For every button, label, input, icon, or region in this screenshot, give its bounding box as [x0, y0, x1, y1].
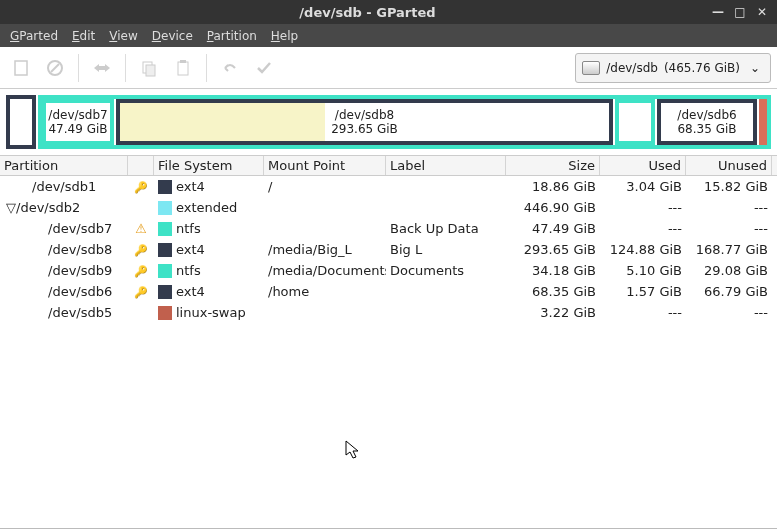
- device-selector[interactable]: /dev/sdb (465.76 GiB) ⌄: [575, 53, 771, 83]
- titlebar: /dev/sdb - GParted — □ ✕: [0, 0, 777, 24]
- fs-swatch: [158, 201, 172, 215]
- header-used[interactable]: Used: [600, 156, 686, 175]
- table-row[interactable]: /dev/sdb9🔑ntfs/media/DocumentsDocuments3…: [0, 260, 777, 281]
- fs-swatch: [158, 180, 172, 194]
- minimize-icon[interactable]: —: [711, 5, 725, 19]
- copy-button[interactable]: [134, 53, 164, 83]
- close-icon[interactable]: ✕: [755, 5, 769, 19]
- header-flags[interactable]: Flags: [772, 156, 777, 175]
- used: ---: [600, 305, 686, 320]
- size: 293.65 GiB: [506, 242, 600, 257]
- menu-view[interactable]: View: [109, 29, 137, 43]
- mount-point: /media/Big_L: [264, 242, 386, 257]
- partition-name: /dev/sdb7: [48, 108, 107, 122]
- fs-name: extended: [176, 200, 237, 215]
- key-icon: 🔑: [134, 181, 148, 194]
- maximize-icon[interactable]: □: [733, 5, 747, 19]
- partition-name: /dev/sdb1: [32, 179, 96, 194]
- menu-gparted[interactable]: GParted: [10, 29, 58, 43]
- used: 1.57 GiB: [600, 284, 686, 299]
- header-fs[interactable]: File System: [154, 156, 264, 175]
- unused: ---: [686, 200, 772, 215]
- size: 34.18 GiB: [506, 263, 600, 278]
- label: Back Up Data: [386, 221, 506, 236]
- table-row[interactable]: /dev/sdb8🔑ext4/media/Big_LBig L293.65 Gi…: [0, 239, 777, 260]
- header-unused[interactable]: Unused: [686, 156, 772, 175]
- unused: 29.08 GiB: [686, 263, 772, 278]
- fs-swatch: [158, 306, 172, 320]
- used: ---: [600, 221, 686, 236]
- disk-map: /dev/sdb7 47.49 GiB /dev/sdb8 293.65 GiB…: [0, 89, 777, 155]
- drive-icon: [582, 61, 600, 75]
- header-mount[interactable]: Mount Point: [264, 156, 386, 175]
- partition-name: /dev/sdb8: [335, 108, 394, 122]
- apply-button[interactable]: [249, 53, 279, 83]
- mount-point: /media/Documents: [264, 263, 386, 278]
- used: 124.88 GiB: [600, 242, 686, 257]
- fs-name: ntfs: [176, 221, 201, 236]
- size: 47.49 GiB: [506, 221, 600, 236]
- resize-button[interactable]: [87, 53, 117, 83]
- table-row[interactable]: ▽/dev/sdb2extended446.90 GiB------: [0, 197, 777, 218]
- unused: 66.79 GiB: [686, 284, 772, 299]
- expand-icon[interactable]: ▽: [6, 200, 16, 215]
- diskmap-partition[interactable]: [615, 99, 655, 145]
- header-label[interactable]: Label: [386, 156, 506, 175]
- partition-table: /dev/sdb1🔑ext4/18.86 GiB3.04 GiB15.82 Gi…: [0, 176, 777, 528]
- table-row[interactable]: /dev/sdb7⚠ntfsBack Up Data47.49 GiB-----…: [0, 218, 777, 239]
- partition-size: 293.65 GiB: [331, 122, 398, 136]
- fs-swatch: [158, 222, 172, 236]
- header-partition[interactable]: Partition: [0, 156, 128, 175]
- paste-button[interactable]: [168, 53, 198, 83]
- unused: 168.77 GiB: [686, 242, 772, 257]
- key-icon: 🔑: [134, 265, 148, 278]
- used: 5.10 GiB: [600, 263, 686, 278]
- menu-help[interactable]: Help: [271, 29, 298, 43]
- size: 18.86 GiB: [506, 179, 600, 194]
- partition-size: 68.35 GiB: [677, 122, 736, 136]
- separator: [206, 54, 207, 82]
- fs-swatch: [158, 243, 172, 257]
- new-button[interactable]: [6, 53, 36, 83]
- menu-device[interactable]: Device: [152, 29, 193, 43]
- warning-icon: ⚠: [135, 221, 147, 236]
- fs-swatch: [158, 285, 172, 299]
- size: 3.22 GiB: [506, 305, 600, 320]
- svg-rect-6: [178, 62, 188, 75]
- fs-name: linux-swap: [176, 305, 246, 320]
- partition-name: /dev/sdb5: [48, 305, 112, 320]
- diskmap-partition[interactable]: /dev/sdb8 293.65 GiB: [116, 99, 613, 145]
- diskmap-partition[interactable]: [6, 95, 36, 149]
- key-icon: 🔑: [134, 286, 148, 299]
- svg-rect-7: [180, 60, 186, 63]
- partition-name: /dev/sdb2: [16, 200, 80, 215]
- delete-button[interactable]: [40, 53, 70, 83]
- flags: boot: [772, 179, 777, 194]
- fs-name: ext4: [176, 242, 205, 257]
- svg-rect-0: [15, 61, 27, 75]
- window-title: /dev/sdb - GParted: [24, 5, 711, 20]
- diskmap-partition[interactable]: [759, 99, 767, 145]
- diskmap-partition[interactable]: /dev/sdb6 68.35 GiB: [657, 99, 757, 145]
- label: Documents: [386, 263, 506, 278]
- menu-edit[interactable]: Edit: [72, 29, 95, 43]
- device-size: (465.76 GiB): [664, 61, 740, 75]
- table-row[interactable]: /dev/sdb5linux-swap3.22 GiB------: [0, 302, 777, 323]
- separator: [125, 54, 126, 82]
- undo-button[interactable]: [215, 53, 245, 83]
- diskmap-partition[interactable]: /dev/sdb7 47.49 GiB: [42, 99, 114, 145]
- size: 68.35 GiB: [506, 284, 600, 299]
- table-row[interactable]: /dev/sdb6🔑ext4/home68.35 GiB1.57 GiB66.7…: [0, 281, 777, 302]
- menu-partition[interactable]: Partition: [207, 29, 257, 43]
- device-name: /dev/sdb: [606, 61, 658, 75]
- size: 446.90 GiB: [506, 200, 600, 215]
- unused: 15.82 GiB: [686, 179, 772, 194]
- partition-name: /dev/sdb8: [48, 242, 112, 257]
- label: Big L: [386, 242, 506, 257]
- used: ---: [600, 200, 686, 215]
- key-icon: 🔑: [134, 244, 148, 257]
- partition-name: /dev/sdb9: [48, 263, 112, 278]
- chevron-down-icon: ⌄: [746, 61, 764, 75]
- header-size[interactable]: Size: [506, 156, 600, 175]
- table-row[interactable]: /dev/sdb1🔑ext4/18.86 GiB3.04 GiB15.82 Gi…: [0, 176, 777, 197]
